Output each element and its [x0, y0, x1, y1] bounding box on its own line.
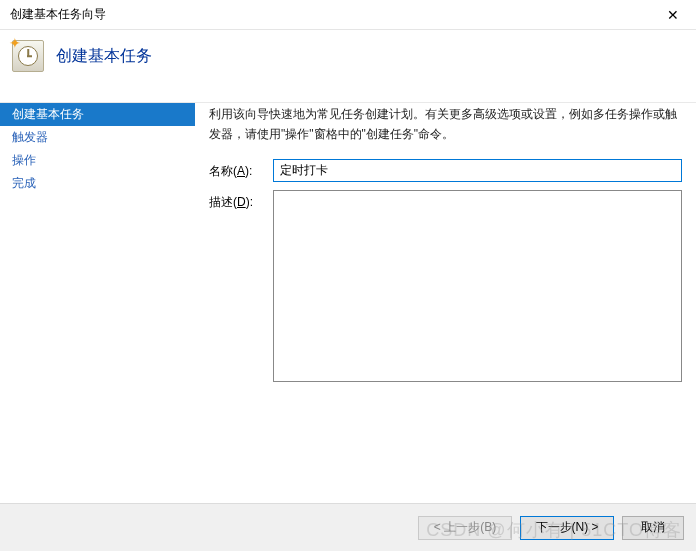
- sidebar-item-finish[interactable]: 完成: [0, 172, 195, 195]
- wizard-footer: < 上一步(B) 下一步(N) > 取消 CSDN @何小有 | 51CTO博客: [0, 503, 696, 551]
- intro-text: 利用该向导快速地为常见任务创建计划。有关更多高级选项或设置，例如多任务操作或触发…: [209, 105, 682, 145]
- close-icon: ✕: [667, 7, 679, 23]
- next-button[interactable]: 下一步(N) >: [520, 516, 614, 540]
- wizard-content: 利用该向导快速地为常见任务创建计划。有关更多高级选项或设置，例如多任务操作或触发…: [195, 103, 696, 503]
- desc-row: 描述(D):: [209, 190, 682, 382]
- sidebar-item-action[interactable]: 操作: [0, 149, 195, 172]
- name-input[interactable]: [273, 159, 682, 182]
- sidebar-item-create[interactable]: 创建基本任务: [0, 103, 195, 126]
- name-label: 名称(A):: [209, 159, 265, 180]
- cancel-button[interactable]: 取消: [622, 516, 684, 540]
- titlebar: 创建基本任务向导 ✕: [0, 0, 696, 30]
- window-title: 创建基本任务向导: [10, 6, 106, 23]
- desc-input[interactable]: [273, 190, 682, 382]
- back-button: < 上一步(B): [418, 516, 512, 540]
- task-clock-icon: ✦: [12, 40, 44, 72]
- wizard-header: ✦ 创建基本任务: [0, 30, 696, 82]
- sidebar-item-trigger[interactable]: 触发器: [0, 126, 195, 149]
- name-row: 名称(A):: [209, 159, 682, 182]
- wizard-window: 创建基本任务向导 ✕ ✦ 创建基本任务 创建基本任务 触发器 操作 完成 利用该…: [0, 0, 696, 551]
- wizard-title: 创建基本任务: [56, 46, 152, 67]
- desc-label: 描述(D):: [209, 190, 265, 211]
- close-button[interactable]: ✕: [650, 0, 696, 30]
- step-sidebar: 创建基本任务 触发器 操作 完成: [0, 103, 195, 503]
- wizard-body: 创建基本任务 触发器 操作 完成 利用该向导快速地为常见任务创建计划。有关更多高…: [0, 102, 696, 503]
